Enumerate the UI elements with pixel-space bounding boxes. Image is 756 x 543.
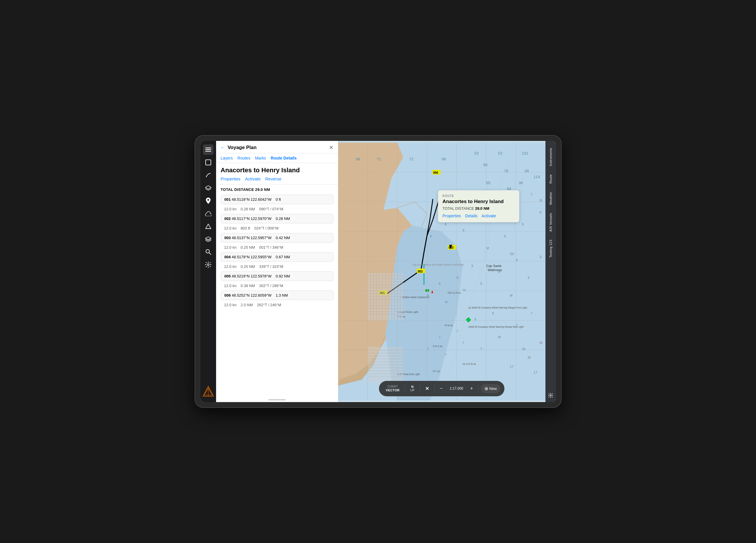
svg-text:114: 114 — [534, 175, 540, 179]
hamburger-icon[interactable] — [203, 144, 213, 155]
svg-text:9: 9 — [471, 264, 473, 267]
waypoint-004[interactable]: 004 48.5179°N 122.5955°W 0.67 NM — [221, 252, 333, 262]
svg-text:M: M — [527, 356, 530, 360]
back-button[interactable]: ← — [221, 145, 225, 150]
right-nav-route[interactable]: Route — [549, 170, 552, 188]
right-nav-testing[interactable]: Testing 123 — [549, 235, 552, 262]
svg-text:7: 7 — [531, 193, 532, 196]
app-logo — [202, 386, 214, 398]
svg-text:Shell Oil Company Wharf Warnin: Shell Oil Company Wharf Warning Range Re… — [468, 326, 524, 328]
properties-button[interactable]: Properties — [221, 176, 240, 181]
svg-text:9: 9 — [522, 222, 523, 226]
right-nav-weather[interactable]: Weather — [549, 188, 552, 209]
zoom-in-button[interactable]: + — [467, 385, 476, 392]
leg-006: 12.0 kn 2.0 NM 262°T / 246°M — [221, 301, 333, 309]
toolbar-divider-3 — [434, 385, 435, 392]
leg-001: 12.0 kn 0.28 NM 090°T / 074°M — [221, 205, 333, 213]
svg-text:M: M — [498, 335, 500, 339]
waypoint-003[interactable]: 003 48.5137°N 122.5957°W 0.42 NM — [221, 233, 333, 242]
svg-text:M: M — [510, 294, 512, 297]
svg-text:7: 7 — [462, 341, 464, 345]
svg-text:7: 7 — [445, 353, 446, 357]
total-distance: TOTAL DISTANCE 29.0 NM — [216, 184, 338, 195]
popup-activate-button[interactable]: Activate — [482, 213, 496, 218]
svg-text:Fl W 4s: Fl W 4s — [445, 324, 453, 327]
svg-text:Cap Sante: Cap Sante — [486, 264, 502, 267]
activate-button[interactable]: Activate — [245, 176, 261, 181]
tab-routes[interactable]: Routes — [238, 156, 250, 160]
svg-rect-1 — [205, 149, 211, 150]
leg-003: 12.0 kn 0.25 NM 001°T / 346°M — [221, 244, 333, 251]
svg-text:66: 66 — [442, 157, 446, 161]
svg-text:7: 7 — [427, 347, 429, 351]
right-nav-instruments[interactable]: Instruments — [549, 144, 552, 170]
svg-text:7: 7 — [531, 312, 532, 315]
panel-title: Voyage Plan — [228, 145, 257, 150]
tab-route-details[interactable]: Route Details — [271, 156, 297, 160]
svg-text:65: 65 — [486, 181, 491, 185]
svg-text:102: 102 — [522, 151, 528, 155]
svg-text:9: 9 — [527, 276, 529, 280]
waypoint-006[interactable]: 006 48.5252°N 122.6059°W 1.3 NM — [221, 291, 333, 300]
svg-text:17: 17 — [510, 365, 513, 368]
svg-text:8: 8 — [445, 222, 446, 226]
waypoint-001[interactable]: 001 48.5118°N 122.6042°W 0 ft — [221, 195, 333, 204]
popup-actions: Properties Details Activate — [443, 213, 515, 218]
svg-text:7: 7 — [480, 347, 482, 351]
svg-text:72: 72 — [409, 157, 413, 161]
svg-text:002: 002 — [418, 270, 423, 273]
svg-rect-99 — [428, 290, 429, 292]
route-icon[interactable] — [203, 170, 213, 180]
map-toolbar: CHART VECTOR N UP ✕ − 1:17,000 + ⊕ — [379, 381, 504, 396]
svg-text:9: 9 — [474, 318, 476, 321]
chart-type-button[interactable]: CHART VECTOR — [383, 383, 402, 394]
svg-text:18: 18 — [522, 347, 525, 351]
scroll-indicator — [268, 399, 286, 400]
svg-text:006: 006 — [433, 171, 438, 174]
waypoint-005[interactable]: 005 48.5219°N 122.5978°W 0.92 NM — [221, 272, 333, 281]
zoom-out-button[interactable]: − — [437, 385, 446, 392]
popup-details-button[interactable]: Details — [465, 213, 477, 218]
marker-icon[interactable] — [203, 195, 213, 206]
svg-text:r Shallow Water Daybeacon: r Shallow Water Daybeacon — [400, 296, 430, 299]
svg-text:Sh: Sh — [510, 252, 514, 256]
popup-distance: TOTAL DISTANCE 29.0 NM — [443, 206, 515, 211]
toolbar-divider-4 — [478, 385, 479, 392]
waypoint-002[interactable]: 002 48.5117°N 122.5970°W 0.28 NM — [221, 214, 333, 223]
settings-icon[interactable] — [203, 259, 213, 270]
svg-line-11 — [208, 387, 213, 396]
svg-line-10 — [203, 387, 208, 396]
svg-point-4 — [206, 249, 209, 253]
leg-005: 12.0 kn 0.38 NM 302°T / 286°M — [221, 282, 333, 290]
right-nav-ais[interactable]: AIS Vessels — [549, 209, 552, 235]
svg-text:S: S — [539, 255, 542, 259]
stack-layers-icon[interactable] — [203, 234, 213, 244]
weather-icon[interactable] — [203, 208, 213, 219]
map-svg: 98 99 98 79 9M 99 98 sysy 99 99 M9 97 77… — [338, 141, 545, 402]
tab-marks[interactable]: Marks — [255, 156, 266, 160]
gear-icon[interactable] — [548, 393, 553, 399]
reverse-button[interactable]: Reverse — [265, 176, 281, 181]
triangle-icon[interactable] — [203, 221, 213, 231]
layers-icon[interactable] — [203, 183, 213, 193]
svg-text:Cap Sante Marina and Barge Gen: Cap Sante Marina and Barge General Ancho… — [412, 263, 464, 266]
tab-layers[interactable]: Layers — [221, 156, 233, 160]
popup-properties-button[interactable]: Properties — [443, 213, 461, 218]
new-plus-icon: ⊕ — [484, 386, 488, 391]
panel-header: ← Voyage Plan ✕ — [216, 141, 338, 153]
north-up-button[interactable]: N UP — [407, 383, 418, 394]
lock-button[interactable]: ✕ — [422, 384, 432, 393]
toolbar-divider-2 — [420, 385, 420, 392]
new-button[interactable]: ⊕ New — [481, 384, 500, 393]
svg-rect-98 — [425, 290, 427, 292]
map-area[interactable]: 98 99 98 79 9M 99 98 sysy 99 99 M9 97 77… — [338, 141, 545, 402]
route-popup: ROUTE Anacortes to Henry Island TOTAL DI… — [438, 190, 519, 222]
square-icon[interactable] — [203, 157, 213, 168]
svg-text:9: 9 — [504, 234, 506, 238]
svg-text:96: 96 — [519, 181, 523, 185]
leg-004: 12.0 kn 0.25 NM 339°T / 323°M — [221, 263, 333, 270]
search-icon[interactable] — [203, 247, 213, 257]
svg-text:7: 7 — [439, 335, 440, 339]
svg-text:72: 72 — [376, 157, 381, 161]
close-button[interactable]: ✕ — [329, 144, 333, 151]
